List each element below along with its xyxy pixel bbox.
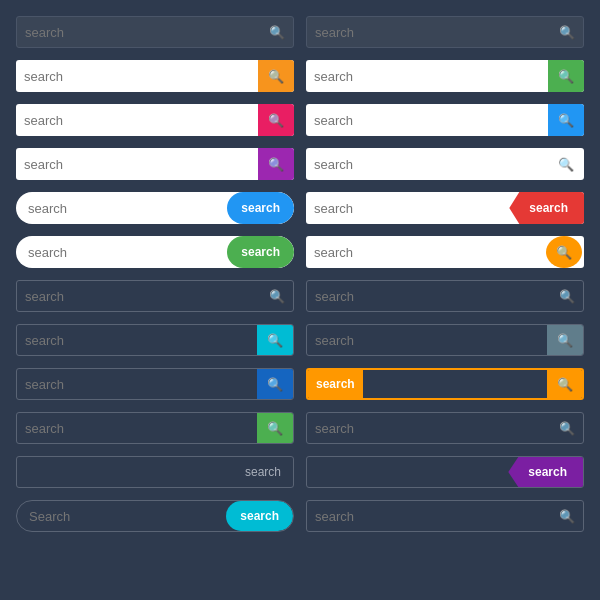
search-icon-btn-1[interactable]: 🔍 (261, 17, 293, 47)
search-input-23[interactable] (17, 509, 226, 524)
search-input-19[interactable] (17, 421, 257, 436)
search-bar-18: search 🔍 (306, 368, 584, 400)
search-bar-8: 🔍 (306, 148, 584, 180)
search-bar-4: 🔍 (306, 60, 584, 92)
search-icon: 🔍 (267, 421, 283, 436)
search-icon: 🔍 (268, 113, 284, 128)
search-icon-btn-24[interactable]: 🔍 (551, 501, 583, 531)
search-icon: 🔍 (557, 333, 573, 348)
search-input-14[interactable] (307, 289, 551, 304)
search-bar-20: 🔍 (306, 412, 584, 444)
search-bar-5: 🔍 (16, 104, 294, 136)
search-bar-23: search (16, 500, 294, 532)
search-input-11[interactable] (16, 245, 227, 260)
search-input-22[interactable] (307, 465, 508, 480)
search-label-18: search (316, 377, 355, 391)
search-icon: 🔍 (557, 377, 573, 392)
search-bars-grid: 🔍 🔍 🔍 🔍 🔍 🔍 🔍 (0, 0, 600, 548)
search-icon: 🔍 (558, 69, 574, 84)
search-input-7[interactable] (16, 157, 258, 172)
search-icon: 🔍 (269, 25, 285, 40)
search-icon-btn-12[interactable]: 🔍 (546, 236, 582, 268)
search-bar-6: 🔍 (306, 104, 584, 136)
search-input-18[interactable] (363, 377, 547, 392)
search-icon: 🔍 (558, 113, 574, 128)
search-icon-btn-19[interactable]: 🔍 (257, 413, 293, 443)
search-text-btn-21[interactable]: search (233, 457, 293, 487)
search-icon: 🔍 (559, 25, 575, 40)
search-icon-btn-14[interactable]: 🔍 (551, 281, 583, 311)
search-icon-btn-4[interactable]: 🔍 (548, 60, 584, 92)
search-input-9[interactable] (16, 201, 227, 216)
search-icon: 🔍 (267, 333, 283, 348)
search-input-24[interactable] (307, 509, 551, 524)
search-bar-15: 🔍 (16, 324, 294, 356)
search-bar-19: 🔍 (16, 412, 294, 444)
search-label-21: search (245, 465, 281, 479)
search-bar-14: 🔍 (306, 280, 584, 312)
search-text-btn-11[interactable]: search (227, 236, 294, 268)
search-text-btn-9[interactable]: search (227, 192, 294, 224)
search-bar-2: 🔍 (306, 16, 584, 48)
search-bar-22: search (306, 456, 584, 488)
search-input-1[interactable] (17, 25, 261, 40)
search-text-btn-22[interactable]: search (508, 457, 583, 487)
search-icon-btn-20[interactable]: 🔍 (551, 413, 583, 443)
search-bar-9: search (16, 192, 294, 224)
search-icon: 🔍 (269, 289, 285, 304)
search-bar-7: 🔍 (16, 148, 294, 180)
search-input-13[interactable] (17, 289, 261, 304)
search-bar-1: 🔍 (16, 16, 294, 48)
search-bar-21: search (16, 456, 294, 488)
search-input-16[interactable] (307, 333, 547, 348)
search-input-20[interactable] (307, 421, 551, 436)
search-icon-btn-6[interactable]: 🔍 (548, 104, 584, 136)
search-icon: 🔍 (558, 157, 574, 172)
search-bar-24: 🔍 (306, 500, 584, 532)
search-icon: 🔍 (268, 69, 284, 84)
search-input-21[interactable] (17, 465, 233, 480)
search-icon: 🔍 (268, 157, 284, 172)
search-bar-12: 🔍 (306, 236, 584, 268)
search-input-4[interactable] (306, 69, 548, 84)
search-label-22: search (528, 465, 567, 479)
search-icon-btn-16[interactable]: 🔍 (547, 325, 583, 355)
search-input-3[interactable] (16, 69, 258, 84)
search-bar-10: search (306, 192, 584, 224)
search-icon-btn-2[interactable]: 🔍 (551, 17, 583, 47)
search-icon-btn-3[interactable]: 🔍 (258, 60, 294, 92)
search-icon: 🔍 (556, 245, 572, 260)
search-icon: 🔍 (267, 377, 283, 392)
search-text-btn-10[interactable]: search (509, 192, 584, 224)
search-bar-3: 🔍 (16, 60, 294, 92)
search-input-12[interactable] (306, 245, 546, 260)
search-bar-13: 🔍 (16, 280, 294, 312)
search-icon-btn-8[interactable]: 🔍 (548, 148, 584, 180)
search-label-9: search (241, 201, 280, 215)
search-icon-btn-15[interactable]: 🔍 (257, 325, 293, 355)
search-bar-16: 🔍 (306, 324, 584, 356)
search-icon: 🔍 (559, 289, 575, 304)
search-text-btn-23[interactable]: search (226, 501, 293, 531)
search-input-2[interactable] (307, 25, 551, 40)
search-label-11: search (241, 245, 280, 259)
search-label-10: search (529, 201, 568, 215)
search-icon-btn-17[interactable]: 🔍 (257, 369, 293, 399)
search-input-10[interactable] (306, 201, 509, 216)
search-icon: 🔍 (559, 509, 575, 524)
search-bar-11: search (16, 236, 294, 268)
search-input-15[interactable] (17, 333, 257, 348)
search-bar-17: 🔍 (16, 368, 294, 400)
search-icon: 🔍 (559, 421, 575, 436)
search-input-8[interactable] (306, 157, 548, 172)
search-icon-btn-18[interactable]: 🔍 (547, 370, 583, 398)
search-icon-btn-5[interactable]: 🔍 (258, 104, 294, 136)
search-label-23: search (240, 509, 279, 523)
label-tab-18: search (308, 370, 363, 398)
search-input-17[interactable] (17, 377, 257, 392)
search-icon-btn-13[interactable]: 🔍 (261, 281, 293, 311)
search-icon-btn-7[interactable]: 🔍 (258, 148, 294, 180)
search-input-5[interactable] (16, 113, 258, 128)
search-input-6[interactable] (306, 113, 548, 128)
